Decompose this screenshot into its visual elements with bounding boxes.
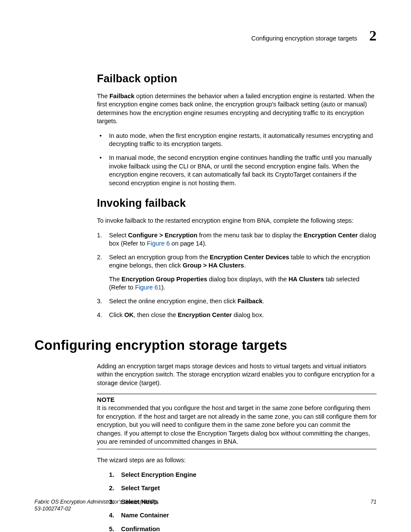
footer-book-title: Fabric OS Encryption Administrator's Gui… <box>34 498 156 505</box>
wizard-step: Name Container <box>109 511 377 520</box>
text: Select an encryption group from the <box>109 254 210 261</box>
ui-term: Encryption Center <box>304 232 358 239</box>
divider <box>97 394 377 394</box>
paragraph: The wizard steps are as follows: <box>97 456 377 465</box>
ui-term: Encryption Center Devices <box>210 254 290 261</box>
paragraph: Adding an encryption target maps storage… <box>97 362 377 388</box>
step-item: Select the online encryption engine, the… <box>97 297 377 306</box>
note-body: It is recommended that you configure the… <box>97 404 377 446</box>
text: . <box>262 298 264 305</box>
running-header: Configuring encryption storage targets 2 <box>34 26 377 46</box>
text: Select the online encryption engine, the… <box>109 298 237 305</box>
wizard-step: Confirmation <box>109 525 377 532</box>
text: . <box>244 262 246 269</box>
paragraph: The Failback option determines the behav… <box>97 92 377 126</box>
ui-term: HA Clusters <box>289 276 324 283</box>
note-title: NOTE <box>97 396 377 404</box>
text: ). <box>162 284 165 291</box>
term-failback: Failback <box>109 93 134 100</box>
ui-term: Encryption Center <box>178 311 232 318</box>
text: dialog box. <box>232 311 264 318</box>
footer-doc-number: 53-1002747-02 <box>34 505 156 512</box>
divider <box>97 449 377 449</box>
menu-path: Group > HA Clusters <box>183 262 244 269</box>
bullet-list: In auto mode, when the first encryption … <box>97 132 377 187</box>
text: dialog box displays, with the <box>207 276 289 283</box>
heading-configuring-storage-targets: Configuring encryption storage targets <box>34 336 377 355</box>
footer-page-number: 71 <box>371 498 377 506</box>
step-sub-paragraph: The Encryption Group Properties dialog b… <box>109 275 377 292</box>
paragraph: To invoke failback to the restarted encr… <box>97 217 377 225</box>
text: option determines the behavior when a fa… <box>97 93 374 125</box>
menu-path: Configure > Encryption <box>128 232 197 239</box>
step-item: Select Configure > Encryption from the m… <box>97 231 377 248</box>
page-footer: Fabric OS Encryption Administrator's Gui… <box>34 498 377 513</box>
text: Click <box>109 311 124 318</box>
note-block: NOTE It is recommended that you configur… <box>97 394 377 449</box>
text: , then close the <box>134 311 177 318</box>
bullet-item: In auto mode, when the first encryption … <box>97 132 377 149</box>
step-list: Select Configure > Encryption from the m… <box>97 231 377 320</box>
ui-term: Encryption Group Properties <box>121 276 207 283</box>
heading-invoking-failback: Invoking failback <box>97 196 377 211</box>
ui-term: OK <box>124 311 134 318</box>
text: The <box>109 276 121 283</box>
xref-link[interactable]: Figure 6 <box>147 240 170 247</box>
text: Select <box>109 232 128 239</box>
text: on page 14). <box>170 240 206 247</box>
text: The <box>97 93 109 100</box>
bullet-item: In manual mode, the second encryption en… <box>97 154 377 187</box>
wizard-step: Select Encryption Engine <box>109 471 377 479</box>
step-item: Select an encryption group from the Encr… <box>97 253 377 292</box>
xref-link[interactable]: Figure 61 <box>135 284 161 291</box>
chapter-number: 2 <box>369 26 377 46</box>
wizard-step: Select Target <box>109 484 377 493</box>
text: from the menu task bar to display the <box>197 232 304 239</box>
heading-failback-option: Failback option <box>97 72 377 86</box>
ui-term: Failback <box>237 298 262 305</box>
step-item: Click OK, then close the Encryption Cent… <box>97 311 377 320</box>
running-title: Configuring encryption storage targets <box>251 34 357 43</box>
